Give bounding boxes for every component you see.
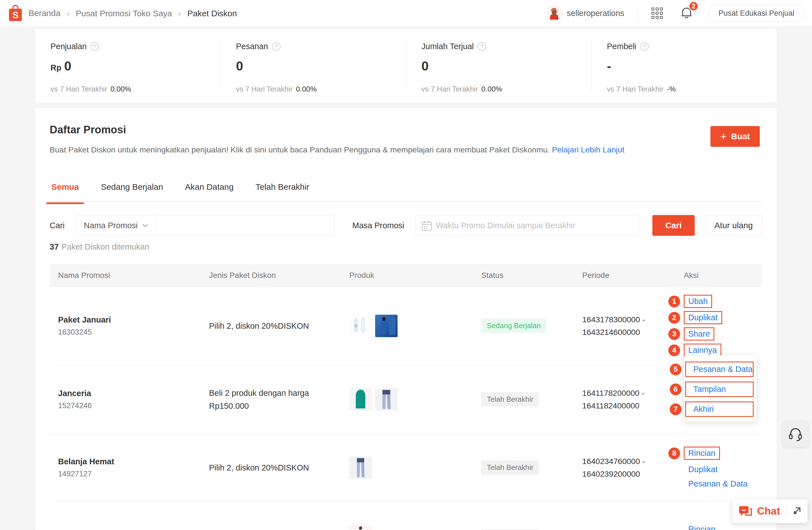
stat-currency-prefix: Rp	[50, 63, 61, 72]
date-range-picker[interactable]	[415, 215, 639, 236]
stat-change: 0.00%	[111, 85, 131, 93]
action-pesanan-data: Pesanan & Data	[684, 479, 748, 488]
col-produk: Produk	[341, 271, 473, 280]
chat-divider	[786, 505, 787, 518]
question-circle-icon[interactable]	[272, 42, 280, 51]
stat-compare-label: vs 7 Hari Terakhir	[236, 85, 293, 93]
duplikat-link[interactable]: Duplikat	[688, 465, 718, 474]
shopee-bag-icon[interactable]: S	[7, 4, 24, 22]
product-image-blue-pants	[375, 388, 397, 411]
rincian-link[interactable]: Rincian	[688, 448, 715, 458]
periode-end: 1640239200000	[582, 468, 681, 480]
question-circle-icon[interactable]	[478, 42, 486, 51]
status-badge: Sedang Berjalan	[481, 319, 546, 333]
stat-change: 0.00%	[481, 85, 502, 93]
question-circle-icon[interactable]	[640, 42, 649, 51]
periode-start: 1640234760000 -	[582, 455, 681, 468]
chat-widget[interactable]: Chat	[732, 499, 808, 523]
result-count-line: 37Paket Diskon ditemukan	[50, 242, 149, 252]
stat-jumlah-terjual: Jumlah Terjual 0 vs 7 Hari Terakhir0.00%	[406, 29, 591, 102]
username[interactable]: selleroperations	[567, 9, 624, 18]
search-label: Cari	[50, 221, 64, 230]
search-button[interactable]: Cari	[652, 215, 695, 236]
tab-sedang-berjalan[interactable]: Sedang Berjalan	[99, 178, 165, 204]
lainnya-link[interactable]: Lainnya	[688, 346, 717, 355]
share-link[interactable]: Share	[688, 329, 710, 338]
akhiri-menu-link[interactable]: Akhiri	[693, 404, 714, 414]
annotation-circle-2: 2	[668, 312, 680, 324]
avatar[interactable]	[547, 5, 562, 21]
tab-akan-datang[interactable]: Akan Datang	[183, 178, 235, 204]
pesanan-data-link[interactable]: Pesanan & Data	[688, 479, 748, 488]
status-badge: Telah Berakhir	[481, 460, 539, 475]
notification-badge: 2	[688, 1, 699, 11]
svg-text:S: S	[12, 10, 19, 20]
learn-more-link[interactable]: Pelajari Lebih Lanjut	[552, 145, 624, 154]
stat-value: 0	[421, 58, 429, 74]
table-header: Nama Promosi Jenis Paket Diskon Produk S…	[50, 264, 762, 287]
stat-compare-label: vs 7 Hari Terakhir	[50, 85, 107, 93]
topbar-divider	[638, 5, 638, 22]
promo-type: Pilih 2, diskon 20%DISKON	[209, 319, 341, 332]
tab-semua[interactable]: Semua	[50, 178, 81, 204]
promo-list-card: Daftar Promosi Buat Paket Diskon untuk m…	[35, 108, 777, 530]
col-aksi: Aksi	[681, 271, 762, 280]
expand-icon[interactable]	[792, 506, 801, 516]
promo-type: Beli 2 produk dengan harga	[209, 387, 341, 400]
menu-item-akhiri: 7 Akhiri	[685, 401, 754, 417]
col-periode: Periode	[574, 271, 681, 280]
action-share: 3 Share	[684, 327, 714, 341]
promo-table: Nama Promosi Jenis Paket Diskon Produk S…	[50, 264, 762, 530]
result-count: 37	[50, 242, 59, 251]
tampilan-menu-link[interactable]: Tampilan	[693, 385, 726, 393]
product-image-salmon-dress	[349, 525, 372, 530]
page-title: Daftar Promosi	[50, 124, 126, 136]
stat-value: 0	[64, 58, 72, 74]
stat-penjualan: Penjualan Rp 0 vs 7 Hari Terakhir0.00%	[35, 29, 220, 102]
menu-item-tampilan: 6 Tampilan	[685, 382, 754, 397]
stat-pesanan: Pesanan 0 vs 7 Hari Terakhir0.00%	[220, 29, 406, 102]
pusat-edukasi-button[interactable]: Pusat Edukasi Penjual	[708, 5, 805, 22]
stat-label: Penjualan	[50, 42, 87, 51]
ubah-link[interactable]: Ubah	[688, 297, 708, 306]
reset-button[interactable]: Atur ulang	[705, 215, 762, 236]
periode-end: 1643214600000	[582, 326, 681, 339]
tab-telah-berakhir[interactable]: Telah Berakhir	[254, 178, 311, 204]
promo-name: Belanja Hemat	[58, 457, 201, 466]
date-range-input[interactable]	[415, 215, 639, 236]
apps-grid-icon[interactable]	[652, 8, 663, 19]
stat-compare-label: vs 7 Hari Terakhir	[607, 85, 664, 93]
create-button[interactable]: Buat	[710, 126, 760, 147]
pesanan-data-menu-link[interactable]: Pesanan & Data	[693, 365, 753, 374]
duplikat-link[interactable]: Duplikat	[688, 313, 718, 322]
annotation-circle-4: 4	[668, 344, 680, 356]
promo-search-input[interactable]	[157, 215, 334, 235]
search-type-select[interactable]: Nama Promosi	[75, 215, 157, 235]
col-status: Status	[473, 271, 574, 280]
stat-value: 0	[236, 58, 243, 74]
breadcrumb-pusat-promosi[interactable]: Pusat Promosi Toko Saya	[60, 8, 172, 18]
stat-label: Pembeli	[607, 42, 636, 51]
product-image-blue-bottle	[375, 315, 397, 337]
chat-label: Chat	[757, 505, 781, 517]
stat-label: Jumlah Terjual	[421, 42, 474, 51]
annotation-circle-8: 8	[668, 447, 680, 459]
promo-id: 14927127	[58, 470, 201, 478]
action-duplikat: 2 Duplikat	[684, 311, 722, 324]
topbar: S Beranda Pusat Promosi Toko Saya Paket …	[0, 0, 812, 27]
annotation-circle-7: 7	[670, 403, 682, 415]
breadcrumb-beranda[interactable]: Beranda	[29, 9, 60, 18]
table-row: Janceria 15274246 Beli 2 produk dengan h…	[50, 365, 762, 434]
col-nama-promosi: Nama Promosi	[50, 271, 201, 280]
product-image-teal-dress	[349, 388, 372, 411]
rincian-link[interactable]: Rincian	[688, 525, 715, 530]
col-jenis-paket: Jenis Paket Diskon	[201, 271, 341, 280]
breadcrumb: Beranda Pusat Promosi Toko Saya Paket Di…	[29, 8, 237, 18]
periode-start: 1641178200000 -	[582, 387, 681, 400]
support-float-button[interactable]	[782, 421, 809, 447]
stats-card: Penjualan Rp 0 vs 7 Hari Terakhir0.00% P…	[35, 29, 777, 102]
periode-start: 1643178300000 -	[582, 313, 681, 326]
period-label: Masa Promosi	[352, 221, 404, 230]
question-circle-icon[interactable]	[91, 42, 99, 51]
notification-bell-icon[interactable]: 2	[681, 6, 693, 20]
